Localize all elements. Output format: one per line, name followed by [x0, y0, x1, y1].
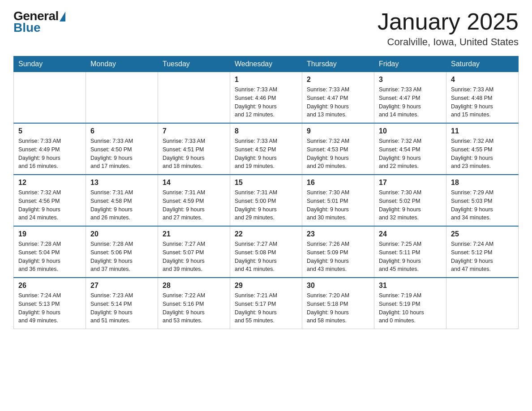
day-info: Sunrise: 7:33 AM Sunset: 4:50 PM Dayligh…: [90, 137, 153, 171]
day-cell: 18Sunrise: 7:29 AM Sunset: 5:03 PM Dayli…: [446, 175, 519, 226]
day-info: Sunrise: 7:33 AM Sunset: 4:47 PM Dayligh…: [307, 86, 369, 119]
day-cell: 28Sunrise: 7:22 AM Sunset: 5:16 PM Dayli…: [158, 278, 230, 329]
day-cell: 20Sunrise: 7:28 AM Sunset: 5:06 PM Dayli…: [86, 226, 158, 278]
day-cell: 13Sunrise: 7:31 AM Sunset: 4:58 PM Dayli…: [86, 175, 158, 226]
day-info: Sunrise: 7:31 AM Sunset: 4:58 PM Dayligh…: [90, 188, 153, 222]
day-cell: 25Sunrise: 7:24 AM Sunset: 5:12 PM Dayli…: [446, 226, 519, 278]
calendar-header: SundayMondayTuesdayWednesdayThursdayFrid…: [14, 56, 519, 72]
day-cell: 6Sunrise: 7:33 AM Sunset: 4:50 PM Daylig…: [86, 123, 158, 175]
day-number: 20: [90, 230, 153, 238]
day-info: Sunrise: 7:26 AM Sunset: 5:09 PM Dayligh…: [307, 240, 369, 274]
day-cell: 1Sunrise: 7:33 AM Sunset: 4:46 PM Daylig…: [230, 72, 302, 124]
day-cell: 15Sunrise: 7:31 AM Sunset: 5:00 PM Dayli…: [230, 175, 302, 226]
header-cell-thursday: Thursday: [302, 56, 374, 72]
day-info: Sunrise: 7:33 AM Sunset: 4:51 PM Dayligh…: [163, 137, 225, 171]
logo: General Blue: [13, 9, 65, 34]
day-number: 6: [90, 127, 153, 135]
day-cell: [86, 72, 158, 124]
day-cell: 23Sunrise: 7:26 AM Sunset: 5:09 PM Dayli…: [302, 226, 374, 278]
day-cell: 27Sunrise: 7:23 AM Sunset: 5:14 PM Dayli…: [86, 278, 158, 329]
day-cell: 16Sunrise: 7:30 AM Sunset: 5:01 PM Dayli…: [302, 175, 374, 226]
day-info: Sunrise: 7:32 AM Sunset: 4:53 PM Dayligh…: [307, 137, 369, 171]
day-cell: [158, 72, 230, 124]
logo-triangle-icon: [60, 12, 65, 21]
day-cell: 31Sunrise: 7:19 AM Sunset: 5:19 PM Dayli…: [374, 278, 446, 329]
day-info: Sunrise: 7:28 AM Sunset: 5:06 PM Dayligh…: [90, 240, 153, 274]
day-cell: 24Sunrise: 7:25 AM Sunset: 5:11 PM Dayli…: [374, 226, 446, 278]
header-cell-tuesday: Tuesday: [158, 56, 230, 72]
day-info: Sunrise: 7:33 AM Sunset: 4:46 PM Dayligh…: [235, 86, 297, 119]
day-number: 22: [235, 230, 297, 238]
day-number: 25: [451, 230, 514, 238]
day-info: Sunrise: 7:33 AM Sunset: 4:47 PM Dayligh…: [379, 86, 442, 119]
day-number: 24: [379, 230, 442, 238]
day-number: 3: [379, 76, 442, 84]
header-cell-saturday: Saturday: [446, 56, 519, 72]
day-cell: 5Sunrise: 7:33 AM Sunset: 4:49 PM Daylig…: [14, 123, 86, 175]
day-info: Sunrise: 7:33 AM Sunset: 4:52 PM Dayligh…: [235, 137, 297, 171]
day-number: 7: [163, 127, 225, 135]
day-number: 5: [18, 127, 81, 135]
day-cell: 30Sunrise: 7:20 AM Sunset: 5:18 PM Dayli…: [302, 278, 374, 329]
day-info: Sunrise: 7:24 AM Sunset: 5:13 PM Dayligh…: [18, 291, 81, 325]
day-info: Sunrise: 7:20 AM Sunset: 5:18 PM Dayligh…: [307, 291, 369, 325]
day-cell: [14, 72, 86, 124]
day-number: 18: [451, 179, 514, 187]
day-number: 17: [379, 179, 442, 187]
logo-blue-text: Blue: [13, 21, 65, 34]
week-row-2: 5Sunrise: 7:33 AM Sunset: 4:49 PM Daylig…: [14, 123, 519, 175]
day-number: 16: [307, 179, 369, 187]
day-number: 12: [18, 179, 81, 187]
day-cell: 7Sunrise: 7:33 AM Sunset: 4:51 PM Daylig…: [158, 123, 230, 175]
day-info: Sunrise: 7:21 AM Sunset: 5:17 PM Dayligh…: [235, 291, 297, 325]
day-info: Sunrise: 7:33 AM Sunset: 4:49 PM Dayligh…: [18, 137, 81, 171]
day-number: 15: [235, 179, 297, 187]
week-row-5: 26Sunrise: 7:24 AM Sunset: 5:13 PM Dayli…: [14, 278, 519, 329]
day-number: 21: [163, 230, 225, 238]
day-number: 13: [90, 179, 153, 187]
day-cell: 21Sunrise: 7:27 AM Sunset: 5:07 PM Dayli…: [158, 226, 230, 278]
day-cell: 22Sunrise: 7:27 AM Sunset: 5:08 PM Dayli…: [230, 226, 302, 278]
day-number: 27: [90, 282, 153, 290]
day-number: 19: [18, 230, 81, 238]
week-row-3: 12Sunrise: 7:32 AM Sunset: 4:56 PM Dayli…: [14, 175, 519, 226]
day-info: Sunrise: 7:31 AM Sunset: 4:59 PM Dayligh…: [163, 188, 225, 222]
day-info: Sunrise: 7:30 AM Sunset: 5:02 PM Dayligh…: [379, 188, 442, 222]
day-info: Sunrise: 7:25 AM Sunset: 5:11 PM Dayligh…: [379, 240, 442, 274]
day-cell: 10Sunrise: 7:32 AM Sunset: 4:54 PM Dayli…: [374, 123, 446, 175]
header-cell-friday: Friday: [374, 56, 446, 72]
header-row: SundayMondayTuesdayWednesdayThursdayFrid…: [14, 56, 519, 72]
day-info: Sunrise: 7:23 AM Sunset: 5:14 PM Dayligh…: [90, 291, 153, 325]
day-number: 26: [18, 282, 81, 290]
day-info: Sunrise: 7:32 AM Sunset: 4:56 PM Dayligh…: [18, 188, 81, 222]
day-cell: [446, 278, 519, 329]
day-number: 11: [451, 127, 514, 135]
day-info: Sunrise: 7:28 AM Sunset: 5:04 PM Dayligh…: [18, 240, 81, 274]
day-info: Sunrise: 7:32 AM Sunset: 4:54 PM Dayligh…: [379, 137, 442, 171]
day-cell: 2Sunrise: 7:33 AM Sunset: 4:47 PM Daylig…: [302, 72, 374, 124]
day-number: 2: [307, 76, 369, 84]
day-number: 8: [235, 127, 297, 135]
day-info: Sunrise: 7:27 AM Sunset: 5:08 PM Dayligh…: [235, 240, 297, 274]
day-info: Sunrise: 7:31 AM Sunset: 5:00 PM Dayligh…: [235, 188, 297, 222]
day-info: Sunrise: 7:32 AM Sunset: 4:55 PM Dayligh…: [451, 137, 514, 171]
day-number: 29: [235, 282, 297, 290]
day-cell: 3Sunrise: 7:33 AM Sunset: 4:47 PM Daylig…: [374, 72, 446, 124]
header-cell-monday: Monday: [86, 56, 158, 72]
day-number: 14: [163, 179, 225, 187]
day-cell: 9Sunrise: 7:32 AM Sunset: 4:53 PM Daylig…: [302, 123, 374, 175]
day-cell: 17Sunrise: 7:30 AM Sunset: 5:02 PM Dayli…: [374, 175, 446, 226]
day-info: Sunrise: 7:22 AM Sunset: 5:16 PM Dayligh…: [163, 291, 225, 325]
day-number: 10: [379, 127, 442, 135]
header-cell-sunday: Sunday: [14, 56, 86, 72]
week-row-4: 19Sunrise: 7:28 AM Sunset: 5:04 PM Dayli…: [14, 226, 519, 278]
day-number: 28: [163, 282, 225, 290]
week-row-1: 1Sunrise: 7:33 AM Sunset: 4:46 PM Daylig…: [14, 72, 519, 124]
day-cell: 11Sunrise: 7:32 AM Sunset: 4:55 PM Dayli…: [446, 123, 519, 175]
day-cell: 14Sunrise: 7:31 AM Sunset: 4:59 PM Dayli…: [158, 175, 230, 226]
calendar-subtitle: Coralville, Iowa, United States: [378, 36, 519, 48]
day-cell: 12Sunrise: 7:32 AM Sunset: 4:56 PM Dayli…: [14, 175, 86, 226]
title-block: January 2025 Coralville, Iowa, United St…: [378, 9, 519, 48]
header-cell-wednesday: Wednesday: [230, 56, 302, 72]
day-cell: 4Sunrise: 7:33 AM Sunset: 4:48 PM Daylig…: [446, 72, 519, 124]
